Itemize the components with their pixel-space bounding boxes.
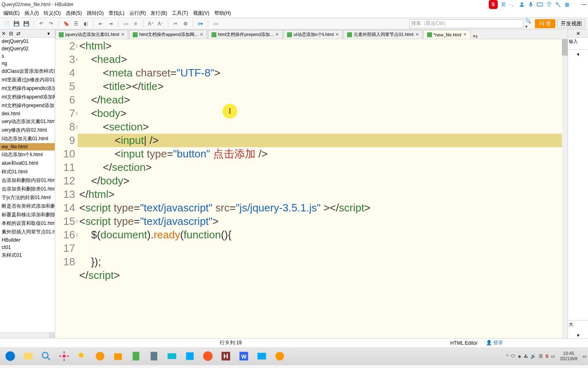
- menu-icon[interactable]: ▾: [47, 31, 53, 36]
- tree-item[interactable]: 本框的设置和取值01.html: [0, 219, 55, 228]
- font-plus-icon[interactable]: A⁺: [147, 20, 155, 28]
- tabs-overflow[interactable]: »₂: [471, 33, 479, 39]
- hbuilder-icon[interactable]: H: [217, 348, 234, 364]
- app-icon[interactable]: [181, 348, 198, 364]
- menu-tools[interactable]: 工具(T): [170, 9, 189, 18]
- notepad-icon[interactable]: [127, 348, 145, 364]
- bookmark-icon[interactable]: 🔖: [62, 20, 70, 28]
- tree-item[interactable]: uery动态添加元素01.html: [0, 117, 55, 126]
- close-icon[interactable]: ✕: [2, 31, 7, 36]
- tree-item[interactable]: 击添加和删除内容01.html: [0, 176, 55, 185]
- tray-up-icon[interactable]: ^: [506, 354, 508, 359]
- tree-item[interactable]: ct01: [0, 244, 55, 251]
- tool-icon[interactable]: 🔧: [555, 1, 561, 8]
- tree-item[interactable]: 于js方法的封装01.html: [0, 193, 55, 202]
- close-icon[interactable]: ✕: [463, 32, 467, 37]
- redo-icon[interactable]: ↷: [47, 20, 55, 28]
- tree-item[interactable]: alue和val01.html: [0, 159, 55, 168]
- indent-right-icon[interactable]: ⇥: [107, 20, 115, 28]
- sogou-ime-icon[interactable]: S: [489, 0, 498, 9]
- paint-icon[interactable]: [163, 348, 180, 364]
- align-icon[interactable]: ≡: [131, 20, 140, 28]
- right-panel-label2[interactable]: 大: [568, 320, 588, 328]
- tree-item[interactable]: derjQuery01: [0, 38, 55, 45]
- menu-help[interactable]: 帮助(H): [213, 9, 233, 18]
- collapse-icon[interactable]: ⊟: [9, 31, 15, 36]
- tree-item[interactable]: derjQuery02: [0, 45, 55, 52]
- close-icon[interactable]: ✕: [576, 31, 580, 36]
- tree-item[interactable]: ml文档操作appendto添加: [0, 84, 55, 93]
- chevron-down-icon[interactable]: ▾: [577, 332, 579, 338]
- tree-item[interactable]: ml文档操作append添加网: [0, 93, 55, 101]
- horizontal-scrollbar[interactable]: [0, 332, 55, 338]
- close-icon[interactable]: ✕: [335, 32, 339, 37]
- editor-tab[interactable]: ul动态添加n个li.html✕: [283, 30, 343, 39]
- editor-tab[interactable]: html文档操作append添加网...✕: [129, 30, 207, 39]
- close-icon[interactable]: ✕: [200, 32, 203, 37]
- login-link[interactable]: 👤 登录: [486, 339, 503, 346]
- software-icon[interactable]: [91, 348, 109, 364]
- grid-icon[interactable]: ▦: [564, 1, 570, 8]
- close-icon[interactable]: ✕: [275, 32, 279, 37]
- save-icon[interactable]: 💾: [12, 20, 20, 28]
- search-input[interactable]: 搜索（双击Ctrl）: [409, 19, 523, 28]
- close-icon[interactable]: ✕: [415, 32, 419, 37]
- tree-item[interactable]: ml里面通过js修改内容01.h: [0, 76, 55, 84]
- tree-item[interactable]: 击添加类和删除类01.html: [0, 185, 55, 193]
- indent-left-icon[interactable]: ⇤: [97, 20, 105, 28]
- tray-net-icon[interactable]: 🖧: [523, 354, 528, 359]
- right-panel-label[interactable]: 输入: [568, 38, 588, 45]
- snippet-icon[interactable]: ✂: [172, 20, 180, 28]
- tree-item[interactable]: 样式01.html: [0, 168, 55, 176]
- tree-item[interactable]: ew_file.html: [0, 143, 55, 150]
- menu-escape[interactable]: 转义(O): [42, 9, 62, 18]
- tray-nvidia-icon[interactable]: ◈: [518, 354, 521, 359]
- menu-insert[interactable]: 插入(I): [23, 9, 40, 18]
- wps-icon[interactable]: W: [235, 348, 252, 364]
- notification-icon[interactable]: ▭: [582, 354, 586, 359]
- new-file-icon[interactable]: 📄: [2, 20, 11, 28]
- list-icon[interactable]: ☰: [72, 20, 80, 28]
- tree-item[interactable]: s: [0, 52, 55, 60]
- tray-sogou-icon[interactable]: S: [546, 354, 548, 359]
- tree-item[interactable]: uery修改内容02.html: [0, 126, 55, 135]
- clock-icon[interactable]: [271, 348, 288, 364]
- store-icon[interactable]: [109, 348, 127, 364]
- font-minus-icon[interactable]: A⁻: [156, 20, 165, 28]
- browser2-icon[interactable]: [199, 348, 216, 364]
- link-icon[interactable]: ⇄: [16, 31, 22, 36]
- search-icon[interactable]: 🔍▾: [525, 20, 533, 28]
- tray-window-icon[interactable]: ▭: [551, 354, 555, 359]
- editor-tab[interactable]: *new_file.html✕: [423, 30, 470, 39]
- qa-button[interactable]: 问 答: [535, 19, 555, 28]
- settings-icon[interactable]: ⚙: [181, 20, 189, 28]
- tray-input-icon[interactable]: 英: [539, 353, 543, 359]
- tray-vol-icon[interactable]: 🔊: [530, 354, 536, 359]
- ime-lang[interactable]: 英: [501, 1, 506, 8]
- weather-icon[interactable]: [74, 348, 91, 364]
- toggle-icon[interactable]: ◐: [82, 20, 90, 28]
- menu-goto[interactable]: 跳转(G): [85, 9, 105, 18]
- save-all-icon[interactable]: 💾: [22, 20, 30, 28]
- tree-item[interactable]: 东样式01: [0, 251, 55, 260]
- edge-icon[interactable]: [2, 348, 19, 364]
- menu-edit[interactable]: 编辑(E): [2, 9, 21, 18]
- menu-publish[interactable]: 发行(B): [149, 9, 169, 18]
- tree-item[interactable]: 断是否有类样式添加和删除: [0, 202, 55, 211]
- settings-icon[interactable]: [56, 348, 73, 364]
- taskbar-clock[interactable]: 10:45 2021/6/8: [557, 351, 580, 361]
- editor-tab[interactable]: html文档操作prepend添加...✕: [208, 30, 283, 39]
- skin-icon[interactable]: 👕: [546, 1, 552, 8]
- tree-item[interactable]: l动态添加元素01.html: [0, 135, 55, 143]
- tree-item[interactable]: HBuilder: [0, 236, 55, 244]
- menu-view[interactable]: 视图(V): [192, 9, 211, 18]
- explorer-icon[interactable]: [20, 348, 37, 364]
- close-icon[interactable]: ✕: [121, 32, 125, 37]
- block-icon[interactable]: ▭: [122, 20, 130, 28]
- menu-find[interactable]: 查找(L): [107, 9, 126, 18]
- code-editor[interactable]: <html> <head> <meta charset="UTF-8"> <ti…: [78, 39, 568, 338]
- tree-item[interactable]: l动态添加n个li.html: [0, 150, 55, 159]
- tree-item[interactable]: 标覆盖和移出添加和删除: [0, 211, 55, 219]
- undo-icon[interactable]: ↶: [37, 20, 45, 28]
- keyboard-icon[interactable]: [537, 1, 543, 8]
